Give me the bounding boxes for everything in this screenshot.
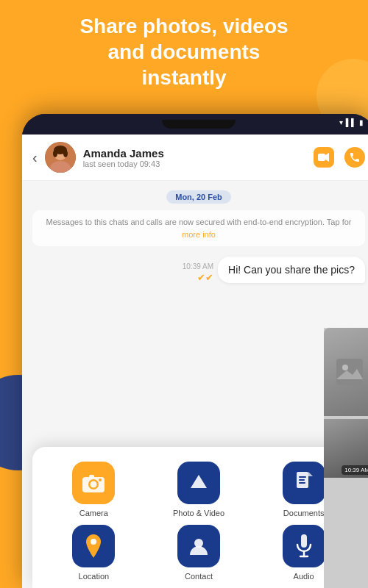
- back-button[interactable]: ‹: [32, 149, 38, 166]
- preview-image-top: [324, 328, 368, 416]
- hero-text: Share photos, videos and documents insta…: [0, 13, 368, 90]
- svg-rect-12: [89, 475, 94, 478]
- video-icon: [318, 153, 330, 162]
- message-text: Hi! Can you share the pics?: [228, 264, 355, 276]
- chat-screen: ‹ Amanda James last seen today: [22, 135, 368, 588]
- audio-label: Audio: [294, 572, 314, 581]
- svg-point-5: [53, 150, 57, 157]
- chat-body: Mon, 20 Feb Messages to this chats and c…: [22, 181, 368, 588]
- documents-icon-wrap: [283, 462, 325, 504]
- attachment-panel: Camera Photo & Video: [32, 447, 365, 588]
- header-actions: [314, 147, 365, 168]
- system-message: Messages to this chats and calls are now…: [32, 210, 365, 246]
- date-badge: Mon, 20 Feb: [32, 190, 365, 203]
- location-icon-wrap: [72, 525, 115, 567]
- message-time: 10:39 AM: [183, 262, 213, 270]
- message-bubble: Hi! Can you share the pics?: [218, 257, 365, 283]
- contact-info: Amanda James last seen today 09:43: [83, 147, 306, 168]
- svg-point-6: [63, 150, 68, 157]
- phone-top-bar: ▾ ▌▌ ▮: [22, 114, 368, 135]
- contact-status: last seen today 09:43: [83, 159, 306, 168]
- photo-video-icon-wrap: [177, 462, 220, 504]
- svg-rect-18: [299, 479, 305, 481]
- svg-rect-17: [299, 476, 306, 478]
- location-icon: [84, 534, 103, 558]
- attachment-grid: Camera Photo & Video: [44, 462, 353, 581]
- svg-marker-14: [191, 475, 207, 488]
- camera-label: Camera: [79, 509, 108, 517]
- svg-rect-19: [299, 482, 305, 484]
- battery-icon: ▮: [359, 118, 364, 126]
- svg-rect-25: [336, 359, 363, 385]
- svg-point-13: [99, 478, 102, 481]
- attach-camera[interactable]: Camera: [44, 462, 144, 517]
- audio-icon: [296, 534, 312, 558]
- contact-name: Amanda James: [83, 147, 306, 159]
- message-row: 10:39 AM ✔✔ Hi! Can you share the pics?: [32, 257, 365, 283]
- attach-location[interactable]: Location: [44, 525, 144, 581]
- svg-rect-7: [318, 154, 325, 161]
- photo-video-icon: [188, 472, 210, 494]
- svg-point-11: [91, 481, 97, 488]
- svg-point-26: [342, 365, 348, 370]
- audio-icon-wrap: [283, 525, 325, 567]
- location-label: Location: [79, 572, 110, 581]
- message-meta: 10:39 AM ✔✔: [183, 262, 213, 283]
- preview-image-bottom: 10:39 AM: [324, 419, 368, 478]
- attach-contact[interactable]: Contact: [149, 525, 249, 581]
- read-receipt: ✔✔: [197, 272, 213, 283]
- documents-icon: [295, 472, 313, 494]
- preview-image-icon: [336, 359, 363, 385]
- audio-call-button[interactable]: [344, 147, 365, 168]
- hero-line3: instantly: [141, 66, 226, 89]
- attach-photo-video[interactable]: Photo & Video: [149, 462, 249, 517]
- svg-rect-22: [301, 534, 307, 548]
- contact-label: Contact: [185, 572, 213, 581]
- contact-icon: [188, 536, 209, 556]
- avatar: [45, 142, 76, 173]
- video-call-button[interactable]: [314, 147, 334, 168]
- svg-point-20: [91, 539, 96, 545]
- status-bar: ▾ ▌▌ ▮: [339, 118, 364, 126]
- svg-marker-16: [308, 472, 313, 476]
- phone-mockup: ▾ ▌▌ ▮ ‹ Amanda: [22, 114, 368, 588]
- hero-line1: Share photos, videos: [79, 15, 288, 37]
- photo-video-label: Photo & Video: [173, 509, 224, 517]
- camera-icon-wrap: [72, 462, 115, 504]
- signal-icon: ▌▌: [346, 118, 356, 126]
- contact-icon-wrap: [177, 525, 220, 567]
- more-info-link[interactable]: more info: [182, 230, 216, 239]
- phone-icon: [349, 151, 361, 163]
- avatar-image: [45, 142, 76, 173]
- documents-label: Documents: [283, 509, 325, 517]
- media-preview-strip: 10:39 AM: [324, 328, 368, 588]
- svg-marker-8: [325, 153, 329, 162]
- preview-timestamp: 10:39 AM: [342, 465, 368, 475]
- chat-header: ‹ Amanda James last seen today: [22, 135, 368, 181]
- phone-notch: [162, 120, 236, 129]
- camera-icon: [82, 473, 105, 492]
- wifi-icon: ▾: [339, 118, 343, 126]
- hero-line2: and documents: [108, 40, 261, 63]
